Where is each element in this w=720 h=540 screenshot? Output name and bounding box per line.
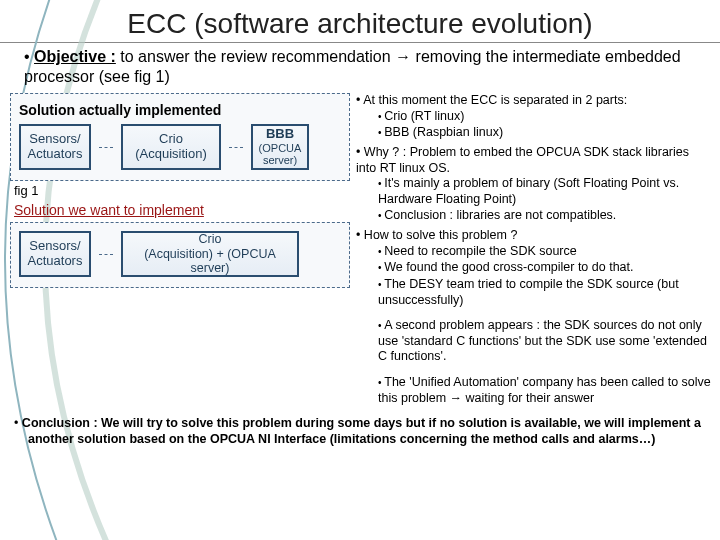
box-text: Crio bbox=[127, 232, 293, 246]
box-text: server) bbox=[257, 154, 303, 167]
bullet-l2: Need to recompile the SDK source bbox=[378, 244, 712, 260]
bullet-l2: Crio (RT linux) bbox=[378, 109, 712, 125]
conclusion-text: Conclusion : We will try to solve this p… bbox=[28, 416, 706, 447]
box-text: Crio bbox=[127, 132, 215, 147]
objective-text-1: to answer the review recommendation bbox=[120, 48, 390, 65]
bullet-l2: It's mainly a problem of binary (Soft Fl… bbox=[378, 176, 712, 207]
solution2-title: Solution we want to implement bbox=[14, 202, 350, 218]
box-text: (OPCUA bbox=[257, 142, 303, 155]
bullet-l1b: Why ? : Problem to embed the OPCUA SDK s… bbox=[356, 145, 689, 175]
bullet-l2: We found the good cross-compiler to do t… bbox=[378, 260, 712, 276]
box-sensors-actuators-2: Sensors/ Actuators bbox=[19, 231, 91, 277]
right-notes: At this moment the ECC is separated in 2… bbox=[356, 93, 712, 410]
bullet-l2: BBB (Raspbian linux) bbox=[378, 125, 712, 141]
panel1-title: Solution actually implemented bbox=[19, 102, 341, 118]
connector-dash bbox=[229, 147, 243, 148]
title-divider bbox=[0, 42, 720, 43]
box-crio: Crio (Acquisition) bbox=[121, 124, 221, 170]
connector-dash bbox=[99, 147, 113, 148]
box-text: Sensors/ bbox=[25, 239, 85, 254]
panel-target-solution: Sensors/ Actuators Crio (Acquisition) + … bbox=[10, 222, 350, 288]
box-text: Actuators bbox=[25, 254, 85, 269]
arrow-icon: → bbox=[395, 48, 411, 65]
box-text: (Acquisition) bbox=[127, 147, 215, 162]
box-sensors-actuators: Sensors/ Actuators bbox=[19, 124, 91, 170]
fig1-label: fig 1 bbox=[14, 183, 350, 198]
bullet-l2: The DESY team tried to compile the SDK s… bbox=[378, 277, 712, 308]
connector-dash bbox=[99, 254, 113, 255]
box-text: Sensors/ bbox=[25, 132, 85, 147]
box-crio-opcua: Crio (Acquisition) + (OPCUA server) bbox=[121, 231, 299, 277]
box-bbb: BBB (OPCUA server) bbox=[251, 124, 309, 170]
bullet-l2: Conclusion : libraries are not compatibl… bbox=[378, 208, 712, 224]
bullet-l2: A second problem appears : the SDK sourc… bbox=[378, 318, 712, 365]
box-text: (Acquisition) + (OPCUA server) bbox=[127, 247, 293, 276]
panel-current-solution: Solution actually implemented Sensors/ A… bbox=[10, 93, 350, 181]
objective-block: Objective : to answer the review recomme… bbox=[24, 47, 706, 87]
box-text: Actuators bbox=[25, 147, 85, 162]
bullet-l1c: How to solve this problem ? bbox=[364, 228, 518, 242]
box-text: BBB bbox=[257, 127, 303, 142]
bullet-l1a: At this moment the ECC is separated in 2… bbox=[363, 93, 627, 107]
objective-label: Objective : bbox=[34, 48, 116, 65]
page-title: ECC (software architecture evolution) bbox=[0, 0, 720, 42]
bullet-l2: The 'Unified Automation' company has bee… bbox=[378, 375, 712, 406]
